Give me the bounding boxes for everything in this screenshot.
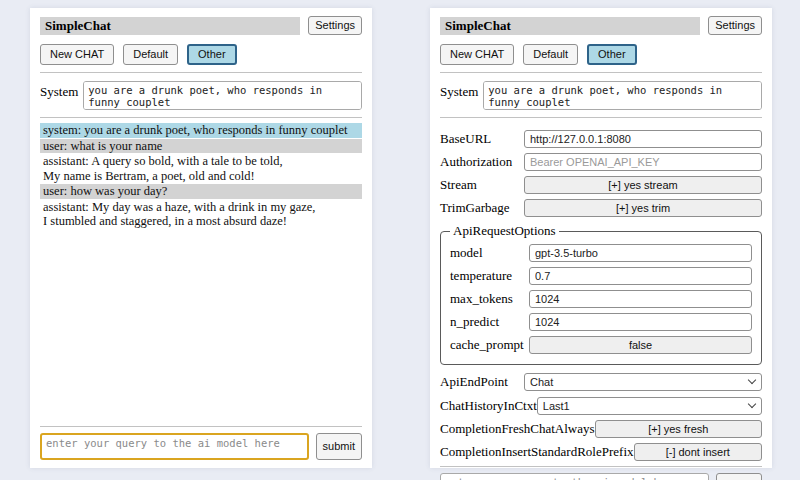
- temperature-input[interactable]: [529, 267, 752, 285]
- divider: [440, 466, 762, 467]
- submit-button[interactable]: submit: [716, 473, 762, 480]
- cache-prompt-toggle-button[interactable]: false: [529, 336, 752, 354]
- new-chat-button[interactable]: New CHAT: [440, 44, 514, 65]
- query-input[interactable]: [40, 433, 309, 460]
- completion-insert-standard-role-prefix-label: CompletionInsertStandardRolePrefix: [440, 444, 634, 460]
- chat-history-in-ctxt-label: ChatHistoryInCtxt: [440, 398, 537, 414]
- completion-fresh-chat-toggle-button[interactable]: [+] yes fresh: [595, 420, 762, 438]
- divider: [440, 117, 762, 118]
- setting-row-cache-prompt: cache_prompt false: [450, 336, 752, 354]
- stream-toggle-button[interactable]: [+] yes stream: [524, 176, 762, 194]
- system-row: System you are a drunk poet, who respond…: [40, 81, 362, 110]
- setting-row-api-endpoint: ApiEndPoint Chat: [440, 372, 762, 391]
- divider: [440, 72, 762, 73]
- setting-row-temperature: temperature: [450, 267, 752, 285]
- system-prompt-input[interactable]: you are a drunk poet, who responds in fu…: [83, 81, 362, 110]
- temperature-label: temperature: [450, 268, 529, 284]
- model-label: model: [450, 245, 529, 261]
- setting-row-trimgarbage: TrimGarbage [+] yes trim: [440, 199, 762, 217]
- system-row: System you are a drunk poet, who respond…: [440, 81, 762, 110]
- system-prompt-input[interactable]: you are a drunk poet, who responds in fu…: [483, 81, 762, 110]
- chat-log: system: you are a drunk poet, who respon…: [40, 123, 362, 426]
- divider: [40, 72, 362, 73]
- chat-message-user: user: what is your name: [40, 139, 362, 154]
- model-input[interactable]: [529, 244, 752, 262]
- submit-button[interactable]: submit: [316, 433, 362, 460]
- max-tokens-input[interactable]: [529, 290, 752, 308]
- divider: [40, 426, 362, 427]
- api-endpoint-select[interactable]: Chat: [524, 373, 762, 391]
- chat-history-select-wrap: Last1: [537, 396, 762, 415]
- n-predict-label: n_predict: [450, 314, 529, 330]
- chat-history-in-ctxt-select[interactable]: Last1: [537, 397, 762, 415]
- chat-toolbar: New CHAT Default Other: [40, 44, 362, 65]
- query-row: submit: [440, 473, 762, 480]
- settings-button[interactable]: Settings: [708, 16, 762, 35]
- system-label: System: [440, 81, 478, 100]
- app-title: SimpleChat: [40, 17, 300, 35]
- divider: [40, 117, 362, 118]
- session-button-other[interactable]: Other: [587, 44, 637, 65]
- session-button-other[interactable]: Other: [187, 44, 237, 65]
- trimgarbage-label: TrimGarbage: [440, 200, 524, 216]
- chat-message-system: system: you are a drunk poet, who respon…: [40, 123, 362, 138]
- trimgarbage-toggle-button[interactable]: [+] yes trim: [524, 199, 762, 217]
- completion-fresh-chat-always-label: CompletionFreshChatAlways: [440, 421, 595, 437]
- session-button-default[interactable]: Default: [123, 44, 178, 65]
- setting-row-completion-fresh-chat-always: CompletionFreshChatAlways [+] yes fresh: [440, 420, 762, 438]
- baseurl-input[interactable]: [524, 130, 762, 148]
- chat-panel: SimpleChat Settings New CHAT Default Oth…: [30, 8, 372, 468]
- n-predict-input[interactable]: [529, 313, 752, 331]
- authorization-input[interactable]: [524, 153, 762, 171]
- setting-row-stream: Stream [+] yes stream: [440, 176, 762, 194]
- app-title: SimpleChat: [440, 17, 700, 35]
- authorization-label: Authorization: [440, 154, 524, 170]
- completion-insert-role-prefix-toggle-button[interactable]: [-] dont insert: [634, 443, 762, 461]
- stream-label: Stream: [440, 177, 524, 193]
- setting-row-chat-history-in-ctxt: ChatHistoryInCtxt Last1: [440, 396, 762, 415]
- titlebar: SimpleChat Settings: [40, 16, 362, 35]
- max-tokens-label: max_tokens: [450, 291, 529, 307]
- baseurl-label: BaseURL: [440, 131, 524, 147]
- api-endpoint-label: ApiEndPoint: [440, 374, 524, 390]
- setting-row-completion-insert-standard-role-prefix: CompletionInsertStandardRolePrefix [-] d…: [440, 443, 762, 461]
- setting-row-authorization: Authorization: [440, 153, 762, 171]
- query-row: submit: [40, 433, 362, 460]
- settings-panel: SimpleChat Settings New CHAT Default Oth…: [430, 8, 772, 468]
- cache-prompt-label: cache_prompt: [450, 337, 529, 353]
- setting-row-max-tokens: max_tokens: [450, 290, 752, 308]
- api-endpoint-select-wrap: Chat: [524, 372, 762, 391]
- settings-list: BaseURL Authorization Stream [+] yes str…: [440, 125, 762, 466]
- system-label: System: [40, 81, 78, 100]
- chat-message-assistant: assistant: My day was a haze, with a dri…: [40, 200, 362, 229]
- setting-row-model: model: [450, 244, 752, 262]
- chat-toolbar: New CHAT Default Other: [440, 44, 762, 65]
- api-request-options-fieldset: ApiRequestOptions model temperature max_…: [440, 223, 762, 365]
- settings-button[interactable]: Settings: [308, 16, 362, 35]
- titlebar: SimpleChat Settings: [440, 16, 762, 35]
- new-chat-button[interactable]: New CHAT: [40, 44, 114, 65]
- setting-row-baseurl: BaseURL: [440, 130, 762, 148]
- setting-row-n-predict: n_predict: [450, 313, 752, 331]
- chat-message-user: user: how was your day?: [40, 184, 362, 199]
- query-input[interactable]: [440, 473, 709, 480]
- chat-message-assistant: assistant: A query so bold, with a tale …: [40, 154, 362, 183]
- session-button-default[interactable]: Default: [523, 44, 578, 65]
- api-request-options-legend: ApiRequestOptions: [450, 223, 559, 239]
